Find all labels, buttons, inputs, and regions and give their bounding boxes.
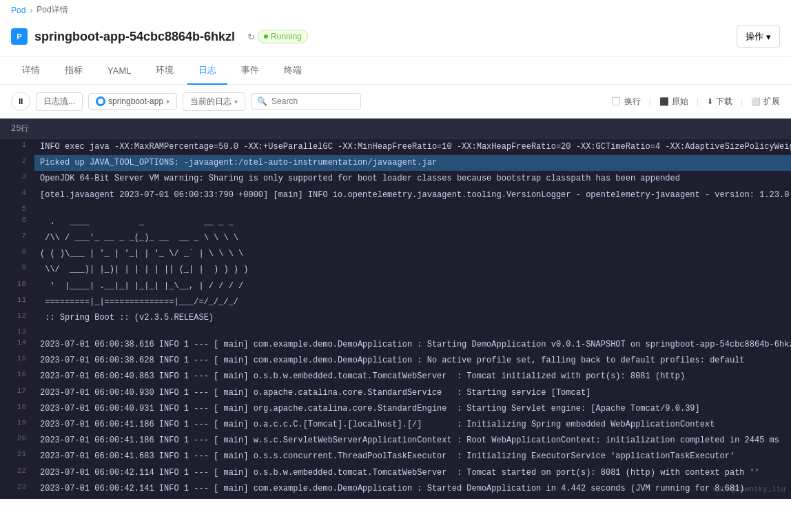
tab-details[interactable]: 详情: [11, 57, 51, 85]
ops-arrow-icon: ▾: [766, 32, 771, 42]
toolbar-actions: 换行 | ⬛ 原始 | ⬇ 下载 | ⬜ 扩展: [612, 96, 780, 108]
table-row: 18 2023-07-01 06:00:40.931 INFO 1 --- [ …: [0, 401, 791, 417]
ops-button[interactable]: 操作 ▾: [737, 25, 780, 48]
breadcrumb-current: Pod详情: [37, 4, 68, 16]
expand-icon: ⬜: [751, 97, 761, 106]
pause-button[interactable]: ⏸: [11, 92, 30, 111]
log-header: 25行: [0, 119, 791, 139]
line-number: 21: [0, 449, 34, 464]
log-line-content[interactable]: [otel.javaagent 2023-07-01 06:00:33:790 …: [34, 187, 791, 203]
wrap-checkbox[interactable]: [612, 97, 620, 105]
log-line-content[interactable]: [34, 203, 791, 214]
table-row: 21 2023-07-01 06:00:41.683 INFO 1 --- [ …: [0, 449, 791, 464]
download-label: 下载: [716, 96, 732, 108]
line-number: 20: [0, 433, 34, 449]
table-row: 15 2023-07-01 06:00:38.628 INFO 1 --- [ …: [0, 353, 791, 369]
page-header: P springboot-app-54cbc8864b-6hkzl ↻ Runn…: [0, 20, 791, 57]
original-label: 原始: [672, 96, 688, 108]
log-line-content[interactable]: \\/ ___)| |_)| | | | | || (_| | ) ) ) ): [34, 262, 791, 278]
log-line-content[interactable]: OpenJDK 64-Bit Server VM warning: Sharin…: [34, 171, 791, 187]
table-row: 14 2023-07-01 06:00:38.616 INFO 1 --- [ …: [0, 337, 791, 353]
original-action[interactable]: ⬛ 原始: [659, 96, 688, 108]
svg-point-0: [98, 99, 103, 104]
pod-icon: P: [11, 28, 28, 45]
tab-terminal[interactable]: 终端: [273, 57, 313, 85]
switch-label: 换行: [624, 96, 641, 108]
log-line-content[interactable]: INFO exec java -XX:MaxRAMPercentage=50.0…: [34, 139, 791, 155]
expand-action[interactable]: ⬜ 扩展: [751, 96, 780, 108]
pause-icon: ⏸: [17, 96, 25, 106]
log-line-content[interactable]: =========|_|==============|___/=/_/_/_/: [34, 294, 791, 310]
log-line-content[interactable]: 2023-07-01 06:00:41.683 INFO 1 --- [ mai…: [34, 449, 791, 464]
table-row: 16 2023-07-01 06:00:40.863 INFO 1 --- [ …: [0, 369, 791, 385]
log-line-content[interactable]: 2023-07-01 06:00:40.863 INFO 1 --- [ mai…: [34, 369, 791, 385]
status-dot: [264, 34, 268, 39]
download-icon: ⬇: [707, 97, 713, 106]
table-row: 20 2023-07-01 06:00:41.186 INFO 1 --- [ …: [0, 433, 791, 449]
log-type-selector[interactable]: 日志流...: [36, 92, 83, 111]
breadcrumb-separator: ›: [30, 6, 32, 15]
log-line-content[interactable]: [34, 497, 791, 499]
search-box[interactable]: 🔍: [251, 93, 361, 110]
line-number: 17: [0, 385, 34, 401]
line-number: 15: [0, 353, 34, 369]
table-row: 13: [0, 326, 791, 337]
line-number: 4: [0, 187, 34, 203]
table-row: 12 :: Spring Boot :: (v2.3.5.RELEASE): [0, 310, 791, 326]
line-number: 16: [0, 369, 34, 385]
tab-logs[interactable]: 日志: [187, 57, 227, 85]
log-line-content[interactable]: 2023-07-01 06:00:42.114 INFO 1 --- [ mai…: [34, 465, 791, 481]
log-container[interactable]: 25行 1 INFO exec java -XX:MaxRAMPercentag…: [0, 119, 791, 499]
line-number: 18: [0, 401, 34, 417]
table-row: 1 INFO exec java -XX:MaxRAMPercentage=50…: [0, 139, 791, 155]
log-line-content[interactable]: 2023-07-01 06:00:38.616 INFO 1 --- [ mai…: [34, 337, 791, 353]
container-selector[interactable]: springboot-app ▾: [88, 93, 177, 110]
container-name: springboot-app: [108, 96, 163, 106]
search-input[interactable]: [271, 96, 354, 106]
status-text: Running: [271, 32, 302, 41]
table-row: 11 =========|_|==============|___/=/_/_/…: [0, 294, 791, 310]
checkbox-wrap-action[interactable]: 换行: [612, 96, 641, 108]
log-line-content[interactable]: 2023-07-01 06:00:40.931 INFO 1 --- [ mai…: [34, 401, 791, 417]
log-line-content[interactable]: . ____ _ __ _ _: [34, 214, 791, 230]
line-number: 10: [0, 278, 34, 294]
log-line-content[interactable]: [34, 326, 791, 337]
divider-1: |: [649, 96, 651, 106]
refresh-icon[interactable]: ↻: [247, 32, 255, 42]
line-number: 23: [0, 481, 34, 497]
tab-metrics[interactable]: 指标: [54, 57, 94, 85]
tab-yaml[interactable]: YAML: [96, 59, 142, 84]
line-number: 14: [0, 337, 34, 353]
log-line-content[interactable]: 2023-07-01 06:00:38.628 INFO 1 --- [ mai…: [34, 353, 791, 369]
log-line-content[interactable]: ' |____| .__|_| |_|_| |_\__, | / / / /: [34, 278, 791, 294]
current-log-selector[interactable]: 当前的日志 ▾: [183, 92, 245, 111]
download-action[interactable]: ⬇ 下载: [707, 96, 732, 108]
log-line-content[interactable]: 2023-07-01 06:00:41.186 INFO 1 --- [ mai…: [34, 433, 791, 449]
log-line-content[interactable]: Picked up JAVA_TOOL_OPTIONS: -javaagent:…: [34, 155, 791, 171]
log-line-content[interactable]: 2023-07-01 06:00:41.186 INFO 1 --- [ mai…: [34, 417, 791, 433]
log-line-content[interactable]: :: Spring Boot :: (v2.3.5.RELEASE): [34, 310, 791, 326]
log-line-content[interactable]: /\\ / ___'_ __ _ _(_)_ __ __ _ \ \ \ \: [34, 230, 791, 246]
divider-3: |: [741, 96, 743, 106]
table-row: 10 ' |____| .__|_| |_|_| |_\__, | / / / …: [0, 278, 791, 294]
line-number: 22: [0, 465, 34, 481]
table-row: 7 /\\ / ___'_ __ _ _(_)_ __ __ _ \ \ \ \: [0, 230, 791, 246]
line-number: 2: [0, 155, 34, 171]
tab-env[interactable]: 环境: [145, 57, 185, 85]
line-number: 1: [0, 139, 34, 155]
status-badge: Running: [258, 30, 308, 43]
line-count-label: 25行: [11, 124, 29, 134]
expand-label: 扩展: [763, 96, 780, 108]
breadcrumb-pod-link[interactable]: Pod: [11, 6, 25, 15]
tab-events[interactable]: 事件: [230, 57, 270, 85]
log-line-content[interactable]: 2023-07-01 06:00:42.141 INFO 1 --- [ mai…: [34, 481, 791, 497]
container-icon: [96, 96, 105, 106]
line-number: 12: [0, 310, 34, 326]
table-row: 19 2023-07-01 06:00:41.186 INFO 1 --- [ …: [0, 417, 791, 433]
table-row: 3 OpenJDK 64-Bit Server VM warning: Shar…: [0, 171, 791, 187]
log-line-content[interactable]: ( ( )\___ | '_ | '_| | '_ \/ _` | \ \ \ …: [34, 246, 791, 262]
table-row: 22 2023-07-01 06:00:42.114 INFO 1 --- [ …: [0, 465, 791, 481]
watermark: CSDN@dawnsky_liu: [712, 485, 785, 493]
original-icon: ⬛: [659, 97, 669, 106]
log-line-content[interactable]: 2023-07-01 06:00:40.930 INFO 1 --- [ mai…: [34, 385, 791, 401]
